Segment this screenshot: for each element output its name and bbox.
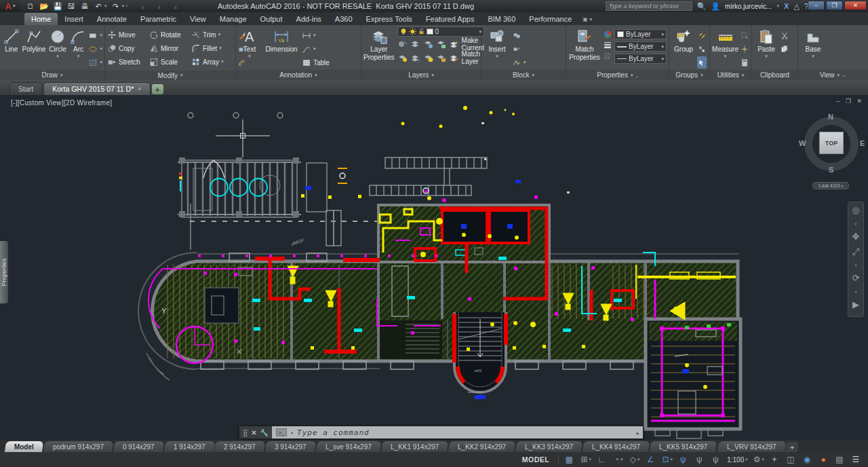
restore-button[interactable]: ❐ [826, 1, 843, 10]
drag-grip-icon[interactable]: ⣿ [243, 429, 248, 436]
viewcube-north[interactable]: N [828, 113, 833, 121]
command-line-grip[interactable]: ⣿ ✕ 🔧 [239, 426, 272, 438]
properties-panel-label[interactable]: Properties▾⌟ [566, 70, 669, 80]
command-chevron-icon[interactable]: ▾ [291, 430, 293, 435]
viewcube-west[interactable]: W [799, 139, 806, 147]
ribbon-tab[interactable]: Manage [213, 13, 254, 25]
close-button[interactable]: ✕ [844, 1, 867, 10]
layer-on-bulb-icon[interactable] [400, 28, 407, 35]
steering-wheel-icon[interactable]: ◎ [852, 206, 859, 214]
groups-panel-label[interactable]: Groups▾ [669, 70, 709, 80]
viewport-window-buttons[interactable]: ‒ ❐ ✕ [836, 98, 864, 105]
layout-tab[interactable]: L_KK1 914x297 [381, 441, 448, 452]
trim-button[interactable]: Trim▾ [191, 29, 236, 41]
polyline-button[interactable]: Polyline [22, 26, 46, 53]
fillet-button[interactable]: Fillet▾ [191, 42, 236, 54]
search-input[interactable]: Type a keyword or phrase [606, 1, 692, 11]
properties-palette-tab[interactable]: Properties [0, 241, 8, 303]
copy-button[interactable]: Copy [107, 42, 149, 54]
exchange-apps-icon[interactable]: X [784, 2, 789, 10]
object-color-select[interactable]: ByLayer▾ [614, 29, 667, 39]
quick-calc-button[interactable] [740, 56, 749, 69]
id-point-button[interactable] [740, 43, 749, 55]
qat-customize-icon[interactable]: ▿ [125, 3, 128, 9]
file-tab-start[interactable]: Start [9, 82, 42, 95]
utilities-panel-label[interactable]: Utilities▾ [710, 70, 751, 80]
ribbon-tab[interactable]: BIM 360 [481, 13, 522, 25]
dimension-button[interactable]: Dimension [262, 26, 300, 53]
ribbon-tab[interactable]: Express Tools [359, 13, 419, 25]
annotation-scale-button[interactable]: 1:100▾ [725, 453, 750, 466]
signed-in-user[interactable]: mirko.jurcevic... [725, 3, 772, 10]
copy-clip-button[interactable] [780, 43, 789, 55]
layers-panel-label[interactable]: Layers▾ [361, 70, 481, 80]
draw-panel-label[interactable]: Draw▾ [0, 70, 104, 80]
group-edit-button[interactable] [697, 43, 707, 55]
command-close-icon[interactable]: ✕ [251, 429, 256, 436]
viewcube-east[interactable]: E [860, 139, 865, 147]
block-panel-label[interactable]: Block▾ [481, 70, 566, 80]
match-layer-icon[interactable] [449, 54, 459, 62]
polar-tracking-icon[interactable]: ◔▾ [611, 453, 626, 466]
ribbon-tab[interactable]: Output [254, 13, 290, 25]
rotate-button[interactable]: Rotate [149, 29, 191, 41]
file-tab-document[interactable]: Korta GHV 2015 07 11 D*× [43, 82, 150, 95]
command-history-icon[interactable]: ▴ [636, 430, 639, 436]
layer-sun-all-button[interactable] [423, 54, 433, 62]
annotation-panel-label[interactable]: Annotation▾ [236, 70, 361, 80]
linear-dimension-button[interactable]: ▾ [302, 29, 330, 41]
clean-screen-icon[interactable]: ▤ [833, 453, 848, 466]
pan-hand-icon[interactable]: ✥ [852, 233, 860, 241]
edit-attributes-button[interactable]: ▾ [512, 56, 526, 69]
ribbon-tab[interactable]: Performance [522, 13, 578, 25]
edit-block-button[interactable] [512, 43, 526, 55]
ribbon-tab[interactable]: Add-ins [290, 13, 328, 25]
user-avatar-icon[interactable]: 👤 [711, 2, 720, 11]
linetype-icon[interactable] [603, 52, 612, 60]
layer-thaw-button[interactable] [410, 54, 420, 62]
file-tab-close-icon[interactable]: × [138, 86, 141, 92]
cut-button[interactable] [780, 29, 789, 41]
quick-select-button[interactable] [740, 29, 749, 41]
workspace-gear-icon[interactable]: ⚙▾ [751, 453, 766, 466]
command-prompt-icon[interactable]: >_ [276, 428, 287, 436]
mirror-button[interactable]: Mirror [149, 42, 191, 54]
ungroup-button[interactable] [697, 29, 707, 41]
layer-lock-button[interactable] [436, 40, 446, 49]
layout-tab[interactable]: 2 914x297 [214, 441, 265, 452]
annotation-autoscale-icon[interactable]: ψ [692, 453, 707, 466]
snap-icon[interactable]: ⊞▾ [578, 453, 593, 466]
layout-tab[interactable]: L_sve 914x297 [316, 441, 381, 452]
user-chevron-icon[interactable]: ▾ [777, 3, 780, 9]
ribbon-tab[interactable]: Featured Apps [419, 13, 481, 25]
annotation-visibility-icon[interactable]: ψ [676, 453, 691, 466]
undo-chevron-icon[interactable]: ▾ [104, 3, 107, 9]
layout-tab[interactable]: L_KK4 914x297 [583, 441, 650, 452]
layer-lock-icon[interactable] [418, 28, 425, 35]
arc-button[interactable]: Arc▾ [69, 26, 87, 59]
layer-color-swatch[interactable] [427, 29, 433, 35]
ribbon-tab[interactable]: Annotate [90, 13, 134, 25]
viewcube-south[interactable]: S [829, 166, 833, 174]
ribbon-tab[interactable]: View [183, 13, 213, 25]
redo-chevron-icon[interactable]: ▾ [122, 3, 125, 9]
ribbon-tab[interactable]: A360 [328, 13, 359, 25]
base-button[interactable]: Base▾ [800, 26, 826, 59]
layout-tab[interactable]: Model [5, 441, 43, 452]
customize-wrench-icon[interactable]: 🔧 [260, 429, 269, 436]
viewcube-level-pill[interactable]: 1.kat 4110▾ [812, 182, 849, 189]
make-current-button[interactable]: Make Current [462, 37, 484, 52]
match-properties-button[interactable]: MatchProperties [568, 26, 601, 61]
rectangle-tool-button[interactable]: ▾ [88, 29, 102, 41]
layer-off-button[interactable] [397, 40, 408, 49]
view-panel-label[interactable]: View▾⌄ [798, 70, 868, 80]
plot-icon[interactable]: 🖶 [80, 2, 90, 11]
layout-tab[interactable]: 3 914x297 [265, 441, 316, 452]
line-button[interactable]: Line [2, 26, 21, 53]
layout-tab[interactable]: L_KK5 914x297 [650, 441, 717, 452]
ribbon-state-chevron-icon[interactable]: ▣ ▾ [583, 16, 592, 25]
application-menu-button[interactable]: A▾ [0, 0, 20, 12]
model-space-button[interactable]: MODEL [517, 455, 555, 464]
viewport-controls-label[interactable]: [-][Custom View][2D Wireframe] [11, 99, 112, 107]
layer-unlock-button[interactable] [436, 54, 446, 62]
